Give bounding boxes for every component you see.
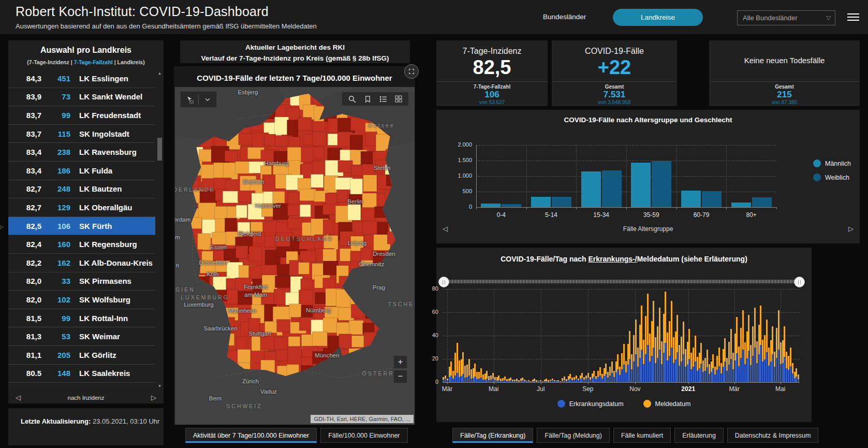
map-canvas[interactable]: EsbjergHamburgStettinBremenHannoverBerli… bbox=[175, 87, 415, 425]
landkreis-row[interactable]: 83,4186LK Fulda bbox=[8, 162, 155, 180]
case-bar-erkrankungsdatum bbox=[778, 350, 779, 382]
map-tab[interactable]: Aktivität über 7 Tage/100.000 Einwohner bbox=[185, 428, 317, 443]
legend-list-icon[interactable] bbox=[375, 92, 391, 106]
age-bar-male[interactable] bbox=[581, 171, 601, 207]
axis-tick bbox=[476, 207, 477, 209]
row-inzidenz: 82,0 bbox=[8, 277, 41, 285]
case-bar-erkrankungsdatum bbox=[649, 362, 651, 382]
landkreis-row[interactable]: 82,2162LK Alb-Donau-Kreis bbox=[8, 254, 155, 272]
scroll-down-icon[interactable]: ▾ bbox=[157, 383, 163, 388]
case-bar-erkrankungsdatum bbox=[643, 364, 644, 382]
bookmark-icon[interactable] bbox=[360, 92, 375, 106]
age-bar-female[interactable] bbox=[502, 204, 521, 207]
lasso-select-icon[interactable] bbox=[181, 92, 198, 107]
landkreis-row[interactable]: 81,1205LK Görlitz bbox=[8, 346, 155, 365]
case-bar-erkrankungsdatum bbox=[473, 378, 474, 382]
landkreis-row[interactable]: 82,4160LK Regensburg bbox=[8, 235, 155, 254]
map-region-label: LUXEMBURG bbox=[181, 294, 229, 300]
age-bar-male[interactable] bbox=[631, 163, 651, 207]
landkreis-row[interactable]: 83,4238LK Ravensburg bbox=[8, 143, 155, 162]
landkreis-row[interactable]: 83,7115SK Ingolstadt bbox=[8, 125, 155, 143]
case-bar-erkrankungsdatum bbox=[506, 381, 508, 383]
bottom-tab[interactable]: Erläuterung bbox=[674, 428, 724, 443]
legend-suffix: | Landkreis) bbox=[114, 59, 145, 65]
banner-line2: Verlauf der 7-Tage-Inzidenz pro Kreis (g… bbox=[180, 53, 410, 64]
age-bar-male[interactable] bbox=[681, 191, 701, 207]
menu-icon[interactable] bbox=[847, 13, 859, 22]
y-axis-label: 0 bbox=[445, 204, 472, 210]
chart-pager-right-icon[interactable]: ▷ bbox=[848, 225, 854, 233]
case-bar-erkrankungsdatum bbox=[536, 382, 537, 382]
search-icon[interactable] bbox=[344, 92, 360, 106]
map-city-label: Stettin bbox=[374, 165, 391, 171]
nav-bundeslaender-button[interactable]: Bundesländer bbox=[543, 13, 586, 21]
landkreis-row[interactable]: 84,3451LK Esslingen bbox=[8, 69, 155, 88]
age-bar-male[interactable] bbox=[731, 203, 751, 207]
map-tab[interactable]: Fälle/100.000 Einwohner bbox=[320, 428, 407, 443]
map-zoom-in-button[interactable]: + bbox=[393, 355, 407, 369]
legend-fallzahl: 7-Tage-Fallzahl bbox=[74, 59, 113, 65]
card-sub-total: von 87.380 bbox=[709, 99, 860, 105]
case-bar-erkrankungsdatum bbox=[794, 378, 796, 382]
age-chart-plot: 2.0001.5001.00050000-45-1415-3435-5960-7… bbox=[476, 145, 776, 207]
map-zoom-out-button[interactable]: − bbox=[393, 370, 407, 383]
select-tool-chevron-icon[interactable] bbox=[199, 92, 216, 107]
landkreis-row[interactable]: 82,7248LK Bautzen bbox=[8, 180, 155, 199]
landkreis-row[interactable]: 82,7129LK Oberallgäu bbox=[8, 198, 155, 217]
legend-dot bbox=[813, 174, 821, 181]
expand-map-icon[interactable] bbox=[404, 64, 419, 79]
legend-dot bbox=[813, 160, 821, 167]
bundesland-select[interactable]: Alle Bundesländer ▽ bbox=[737, 10, 835, 25]
bottom-tab[interactable]: Fälle/Tag (Meldung) bbox=[537, 428, 609, 443]
case-bar-erkrankungsdatum bbox=[693, 367, 694, 382]
x-axis-label: 15-34 bbox=[581, 211, 622, 219]
map-city-label: am Main bbox=[244, 292, 267, 298]
bottom-tab[interactable]: Fälle/Tag (Erkrankung) bbox=[452, 428, 533, 443]
x-axis-label: 5-14 bbox=[531, 211, 572, 219]
time-range-slider[interactable] bbox=[443, 280, 800, 283]
case-bar-erkrankungsdatum bbox=[742, 350, 744, 382]
row-name: LK Alb-Donau-Kreis bbox=[79, 258, 153, 267]
slider-handle-left[interactable] bbox=[438, 277, 449, 287]
age-bar-male[interactable] bbox=[531, 197, 551, 207]
gridline bbox=[443, 382, 800, 383]
report-banner[interactable]: Aktueller Lagebericht des RKI Verlauf de… bbox=[180, 40, 410, 63]
landkreis-row[interactable]: 83,799LK Freudenstadt bbox=[8, 106, 155, 125]
case-bar-erkrankungsdatum bbox=[526, 381, 527, 382]
scrollbar-thumb[interactable] bbox=[157, 138, 162, 161]
time-chart-plot[interactable]: 806040200MärMaiJulSepNov2021MärMai bbox=[443, 289, 800, 382]
basemap-icon[interactable] bbox=[391, 92, 406, 106]
title-underlined-link[interactable]: Erkrankungs-/ bbox=[589, 255, 637, 263]
age-bar-female[interactable] bbox=[702, 191, 722, 207]
landkreis-row[interactable]: 82,033SK Pirmasens bbox=[8, 272, 155, 291]
age-bar-male[interactable] bbox=[481, 204, 501, 207]
slider-handle-right[interactable] bbox=[794, 277, 805, 287]
age-bar-female[interactable] bbox=[552, 197, 571, 207]
list-scrollbar[interactable]: ▴ ▾ bbox=[157, 70, 163, 392]
bottom-tab[interactable]: Fälle kumuliert bbox=[613, 428, 671, 443]
case-bar-erkrankungsdatum bbox=[585, 379, 587, 382]
case-bar-erkrankungsdatum bbox=[447, 380, 448, 382]
map-city-label: Köln bbox=[207, 271, 218, 277]
age-bar-female[interactable] bbox=[602, 170, 622, 207]
landkreis-row[interactable]: 83,973LK Sankt Wendel bbox=[8, 88, 155, 107]
landkreis-row[interactable]: 80.5148LK Saalekreis bbox=[8, 365, 155, 383]
landkreis-row[interactable]: 81,353SK Weimar bbox=[8, 327, 155, 346]
pager-right-icon[interactable]: ▷ bbox=[151, 394, 156, 401]
case-bar-erkrankungsdatum bbox=[688, 359, 690, 382]
case-bar-erkrankungsdatum bbox=[641, 350, 642, 382]
case-bar-erkrankungsdatum bbox=[665, 343, 666, 383]
x-axis-label: Sep bbox=[577, 385, 599, 393]
age-bar-female[interactable] bbox=[652, 161, 671, 207]
landkreis-row[interactable]: 81,599LK Rottal-Inn bbox=[8, 309, 155, 328]
nav-landkreise-button[interactable]: Landkreise bbox=[613, 9, 703, 26]
scroll-up-icon[interactable]: ▴ bbox=[157, 70, 163, 76]
bottom-tab[interactable]: Datenschutz & Impressum bbox=[727, 428, 819, 443]
case-bar-erkrankungsdatum bbox=[518, 382, 520, 382]
landkreis-row[interactable]: 82,5106SK Fürth bbox=[8, 217, 155, 236]
age-bar-female[interactable] bbox=[752, 197, 772, 207]
landkreis-row[interactable]: 82,0102SK Wolfsburg bbox=[8, 291, 155, 309]
panel-expand-arrow[interactable]: ▷ bbox=[0, 221, 6, 233]
pager-left-icon[interactable]: ◁ bbox=[16, 394, 21, 401]
gridline bbox=[526, 145, 527, 207]
